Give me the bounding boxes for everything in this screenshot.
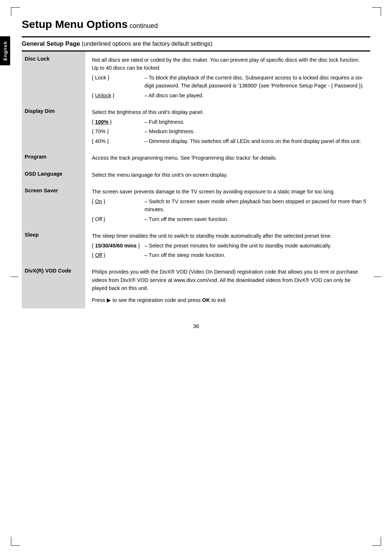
- option-key: { 15/30/45/60 mins }: [92, 242, 144, 250]
- table-row: Disc LockNot all discs are rated or code…: [22, 52, 370, 104]
- content-table: Disc LockNot all discs are rated or code…: [22, 52, 370, 308]
- option-row: { Lock }– To block the playback of the c…: [92, 74, 367, 90]
- page-title-suffix: continued: [128, 22, 158, 29]
- row-desc: Select the menu language for this unit's…: [85, 167, 370, 183]
- page-number: 36: [22, 323, 370, 329]
- row-label: OSD Language: [22, 167, 85, 183]
- option-value: – Turn off the screen saver function.: [144, 215, 367, 223]
- option-key: { On }: [92, 197, 144, 214]
- option-value: – Switch to TV screen saver mode when pl…: [144, 197, 367, 214]
- option-row: { Off }– Turn off the sleep mode functio…: [92, 251, 367, 259]
- option-value: – Full brightness.: [144, 118, 367, 126]
- option-row: { 70% }– Medium brightness.: [92, 127, 367, 135]
- option-value: – Turn off the sleep mode function.: [144, 251, 367, 259]
- table-row: Display DimSelect the brightness of this…: [22, 104, 370, 149]
- row-desc: The screen saver prevents damage to the …: [85, 183, 370, 228]
- row-intro: The screen saver prevents damage to the …: [92, 188, 367, 196]
- row-label: Program: [22, 149, 85, 166]
- option-key: { Off }: [92, 215, 144, 223]
- row-intro: Access the track programming menu. See '…: [92, 154, 367, 162]
- option-row: { Off }– Turn off the screen saver funct…: [92, 215, 367, 223]
- option-row: { Unlock }– All discs can be played.: [92, 91, 367, 99]
- page-title-text: Setup Menu Options: [22, 18, 128, 30]
- row-intro: The sleep timer enables the unit to swit…: [92, 232, 367, 240]
- language-tab: English: [0, 36, 10, 65]
- section-subtitle: (underlined options are the factory defa…: [80, 41, 213, 47]
- row-intro: Select the brightness of this unit's dis…: [92, 108, 367, 116]
- option-row: { 100% }– Full brightness.: [92, 118, 367, 126]
- row-label: Screen Saver: [22, 183, 85, 228]
- table-row: OSD LanguageSelect the menu language for…: [22, 167, 370, 183]
- row-intro: Philips provides you with the DivX® VOD …: [92, 268, 367, 292]
- option-row: { 15/30/45/60 mins }– Select the preset …: [92, 242, 367, 250]
- option-value: – Medium brightness.: [144, 127, 367, 135]
- table-row: SleepThe sleep timer enables the unit to…: [22, 228, 370, 263]
- option-key: { Lock }: [92, 74, 144, 90]
- section-header-text: General Setup Page (underlined options a…: [22, 40, 212, 48]
- row-label: Display Dim: [22, 104, 85, 149]
- row-label: Sleep: [22, 228, 85, 263]
- option-key: { Off }: [92, 251, 144, 259]
- option-row: { 40% }– Dimmest display. This switches …: [92, 137, 367, 145]
- option-value: – All discs can be played.: [144, 91, 367, 99]
- table-row: Screen SaverThe screen saver prevents da…: [22, 183, 370, 228]
- section-title: General Setup Page: [22, 40, 80, 47]
- option-value: – To block the playback of the current d…: [144, 74, 367, 90]
- table-row: DivX(R) VOD CodePhilips provides you wit…: [22, 263, 370, 308]
- option-key: { 70% }: [92, 127, 144, 135]
- option-key: { 100% }: [92, 118, 144, 126]
- row-desc: Philips provides you with the DivX® VOD …: [85, 263, 370, 308]
- section-header: English General Setup Page (underlined o…: [22, 36, 370, 52]
- row-desc: Select the brightness of this unit's dis…: [85, 104, 370, 149]
- option-key: { 40% }: [92, 137, 144, 145]
- option-key: { Unlock }: [92, 91, 144, 99]
- row-label: Disc Lock: [22, 52, 85, 104]
- option-value: – Select the preset minutes for switchin…: [144, 242, 367, 250]
- option-row: { On }– Switch to TV screen saver mode w…: [92, 197, 367, 214]
- table-row: ProgramAccess the track programming menu…: [22, 149, 370, 166]
- row-desc: The sleep timer enables the unit to swit…: [85, 228, 370, 263]
- option-value: – Dimmest display. This switches off all…: [144, 137, 367, 145]
- row-intro: Select the menu language for this unit's…: [92, 171, 367, 179]
- row-desc: Not all discs are rated or coded by the …: [85, 52, 370, 104]
- row-intro: Not all discs are rated or coded by the …: [92, 56, 367, 72]
- row-label: DivX(R) VOD Code: [22, 263, 85, 308]
- row-desc: Access the track programming menu. See '…: [85, 149, 370, 166]
- row-extra: Press ▶ to see the registration code and…: [92, 296, 367, 304]
- page-title: Setup Menu Options continued: [22, 18, 370, 30]
